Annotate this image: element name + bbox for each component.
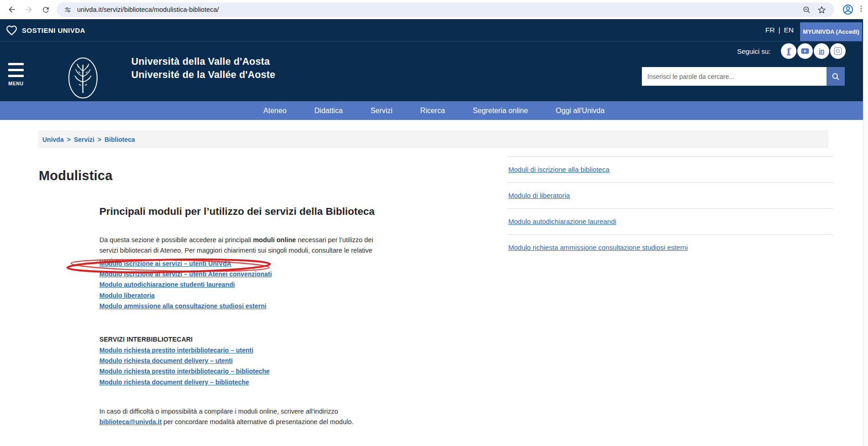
intro-text: Da questa sezione è possibile accedere a… [99,236,253,244]
site-header: MENU Università della Valle d'Aosta Univ… [0,41,868,101]
forward-button[interactable] [21,2,36,17]
hamburger-icon [8,69,24,71]
heart-icon [5,25,18,36]
module-link[interactable]: Modulo richiesta document delivery – ute… [99,357,233,364]
nav-item[interactable]: Segreteria online [473,107,528,115]
note-text: In caso di difficoltà o impossibilità a … [99,408,338,415]
address-bar[interactable]: univda.it/servizi/biblioteca/modulistica… [57,2,834,17]
module-link[interactable]: Modulo richiesta prestito interbibliotec… [99,368,269,375]
nav-item[interactable]: Ricerca [420,107,445,115]
menu-label: MENU [8,81,24,86]
linkedin-icon[interactable] [814,43,829,59]
search-button[interactable] [827,67,845,86]
support-label: SOSTIENI UNIVDA [22,26,85,34]
tree-logo-icon [67,57,98,99]
intro-bold-text: moduli online [253,236,296,244]
page-scrollbar[interactable] [863,19,868,446]
module-link[interactable]: Modulo iscrizione ai servizi – utenti At… [99,270,272,278]
sidebar-link-item: Modulo di liberatoria [507,182,833,208]
sidebar-link[interactable]: Modulo autodichiarazione laureandi [508,218,616,225]
lang-separator: | [778,26,780,34]
university-name[interactable]: Università della Valle d'Aosta Universit… [131,55,275,81]
module-link[interactable]: Modulo autodichiarazione studenti laurea… [99,281,235,288]
kebab-menu-icon [857,4,865,14]
nav-item[interactable]: Ateneo [264,107,287,115]
myunivda-login-button[interactable]: MYUNIVDA (Accedi) [800,22,862,41]
nav-item[interactable]: Servizi [371,107,393,115]
reload-button[interactable] [38,2,53,17]
sidebar-link-item: Modulo richiesta ammissione consultazion… [507,234,833,260]
forward-icon [24,5,33,14]
note-paragraph: In caso di difficoltà o impossibilità a … [99,406,382,428]
nav-item[interactable]: Didattica [315,107,343,115]
module-link[interactable]: Modulo richiesta document delivery – bib… [99,379,249,386]
module-link-item: Modulo ammissione alla consultazione stu… [99,302,272,312]
sidebar-links-list: Moduli di iscrizione alla biblioteca Mod… [507,156,833,260]
breadcrumb-univda[interactable]: Univda [42,136,64,143]
zoom-out-icon[interactable] [802,5,811,14]
module-link-item: Modulo autodichiarazione studenti laurea… [99,280,272,291]
browser-toolbar: univda.it/servizi/biblioteca/modulistica… [0,0,868,19]
note-text: per concordare modalità alternative di p… [162,418,354,425]
profile-button[interactable] [842,4,854,16]
search-input[interactable] [642,67,827,86]
sidebar-link[interactable]: Modulo di liberatoria [508,192,570,199]
browser-menu-button[interactable] [857,4,865,14]
sidebar-link-item: Moduli di iscrizione alla biblioteca [507,156,833,182]
site-search [642,67,845,86]
university-name-it: Università della Valle d'Aosta [131,55,275,68]
site-settings-icon[interactable] [64,6,72,14]
social-links [781,43,846,59]
site-topbar: SOSTIENI UNIVDA FR | EN MYUNIVDA (Accedi… [0,19,868,41]
facebook-icon[interactable] [781,43,796,59]
module-links-list: Modulo iscrizione ai servizi – utenti Un… [99,259,272,312]
sidebar-link[interactable]: Moduli di iscrizione alla biblioteca [508,166,610,173]
main-nav: Ateneo Didattica Servizi Ricerca Segrete… [0,101,868,120]
support-link[interactable]: SOSTIENI UNIVDA [5,19,85,41]
module-link[interactable]: Modulo ammissione alla consultazione stu… [99,302,266,310]
breadcrumb: Univda > Servizi > Biblioteca [38,130,828,148]
module-link[interactable]: Modulo liberatoria [99,292,155,299]
university-name-fr: Université de la Vallée d'Aoste [131,68,275,82]
interlibrary-links-list: Modulo richiesta prestito interbibliotec… [99,346,269,389]
module-link-item: Modulo iscrizione ai servizi – utenti At… [99,270,272,280]
module-link[interactable]: Modulo iscrizione ai servizi – utenti Un… [99,260,231,267]
module-link[interactable]: Modulo richiesta prestito interbibliotec… [99,347,253,354]
module-link-item: Modulo richiesta document delivery – ute… [99,357,269,367]
hamburger-icon [8,63,24,65]
section-heading: Principali moduli per l’utilizzo dei ser… [99,205,382,218]
module-link-item: Modulo iscrizione ai servizi – utenti Un… [99,259,272,270]
university-logo[interactable] [67,57,98,101]
follow-us-label: Seguici su: [737,47,770,55]
lang-fr-link[interactable]: FR [765,26,775,34]
back-icon [7,5,16,14]
breadcrumb-servizi[interactable]: Servizi [74,136,94,143]
module-link-item: Modulo richiesta prestito interbibliotec… [99,367,269,378]
language-switcher: FR | EN [765,19,794,41]
related-modules-sidebar: Moduli di iscrizione alla biblioteca Mod… [507,156,833,260]
lang-en-link[interactable]: EN [784,26,794,34]
bookmark-star-icon[interactable] [817,5,826,14]
breadcrumb-separator: > [98,136,101,143]
breadcrumb-biblioteca[interactable]: Biblioteca [104,136,135,143]
instagram-icon[interactable] [830,43,846,59]
sidebar-link-item: Modulo autodichiarazione laureandi [507,208,833,234]
reload-icon [41,5,50,14]
interlibrary-services-title: SERVIZI INTERBIBLIOTECARI [99,336,193,343]
module-link-item: Modulo liberatoria [99,291,272,302]
page-title: Modulistica [39,168,113,183]
back-button[interactable] [5,2,19,17]
nav-item[interactable]: Oggi all'Univda [556,107,604,115]
module-link-item: Modulo richiesta document delivery – bib… [99,378,269,389]
hamburger-icon [8,75,24,77]
profile-avatar-icon [842,4,854,16]
search-icon [831,72,840,81]
url-text[interactable]: univda.it/servizi/biblioteca/modulistica… [77,6,219,13]
breadcrumb-separator: > [67,136,71,143]
module-link-item: Modulo richiesta prestito interbibliotec… [99,346,269,357]
menu-button[interactable]: MENU [8,63,24,86]
browser-window: univda.it/servizi/biblioteca/modulistica… [0,0,868,446]
sidebar-link[interactable]: Modulo richiesta ammissione consultazion… [508,244,688,251]
youtube-icon[interactable] [797,43,813,59]
library-email-link[interactable]: biblioteca@univda.it [99,418,162,425]
